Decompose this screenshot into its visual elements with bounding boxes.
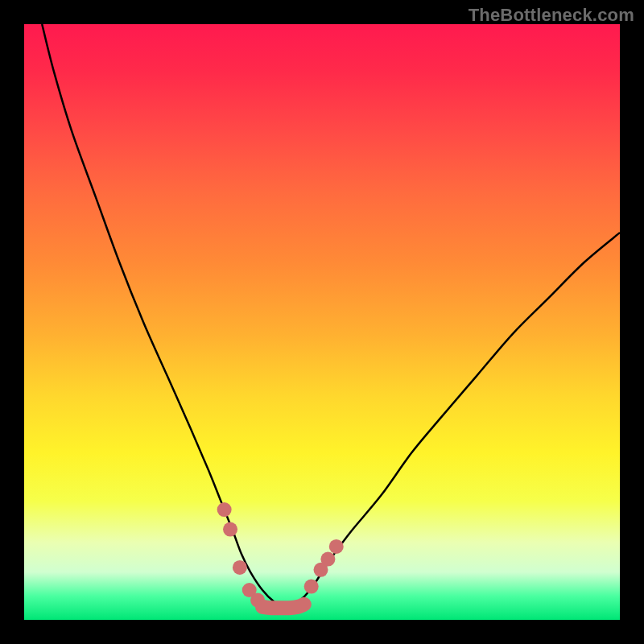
marker-dot [233,560,247,575]
watermark-text: TheBottleneck.com [469,5,634,26]
plot-area [24,24,620,620]
chart-frame: TheBottleneck.com [0,0,644,644]
marker-dot [223,522,237,537]
bottom-bar [262,605,304,609]
marker-dot [320,552,335,567]
marker-dot [304,580,319,594]
marker-dot [329,539,344,554]
left-curve [42,24,286,608]
curve-svg [24,24,620,620]
marker-dot [217,502,232,517]
markers-right [304,539,344,594]
